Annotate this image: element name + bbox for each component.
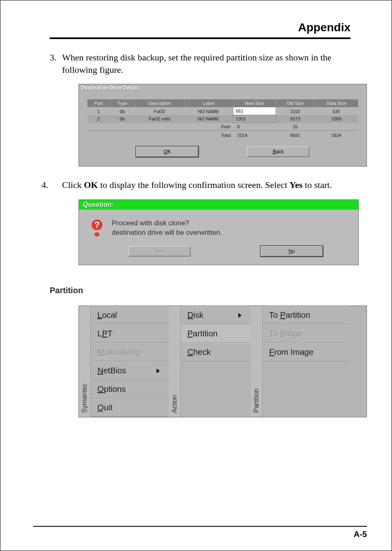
question-icon: ? (90, 219, 104, 238)
menu-col-action: Disk Partition Check (181, 306, 251, 417)
action-tab: Action (169, 306, 181, 417)
no-rest: o (292, 248, 295, 254)
footer-rule (33, 526, 367, 527)
partition-tab: Partition (251, 306, 263, 417)
menu-item-netbios[interactable]: NetBios (91, 361, 169, 380)
symantec-tab: Symantec (79, 306, 91, 417)
page-header: Appendix (17, 13, 375, 37)
dialog-title: Question: (79, 200, 358, 210)
new-size-input[interactable]: 661 (233, 107, 276, 115)
partition-heading: Partition (50, 286, 342, 295)
step4-number: 4. (42, 179, 62, 191)
yes-label: Yes (155, 248, 164, 254)
step3-number: 3. (50, 51, 62, 76)
menu-col-main: Local LPT Multicasting NetBios Options Q… (91, 306, 169, 417)
header-title: Appendix (298, 21, 350, 34)
action-label: Action (171, 395, 178, 413)
t: to start. (302, 180, 332, 190)
menu-item-to-partition[interactable]: To Partition (263, 306, 349, 324)
menu-item-partition[interactable]: Partition (181, 324, 251, 343)
menu-item-disk[interactable]: Disk (181, 306, 251, 324)
table-header-row: Part Type Description Label New Size Old… (88, 100, 358, 107)
cell: Fat32 extd (135, 115, 184, 123)
cell: 1089 (315, 115, 358, 123)
col-desc: Description (135, 100, 184, 107)
col-label: Label (184, 100, 233, 107)
no-button[interactable]: No (261, 246, 323, 257)
step4-text: 4. Click OK to display the following con… (50, 179, 342, 191)
cell: 2014 (233, 132, 276, 139)
menu-item-options[interactable]: Options (91, 380, 169, 398)
symantec-label: Symantec (81, 384, 88, 413)
back-underline: B (273, 149, 276, 155)
svg-point-2 (95, 232, 99, 236)
back-rest: ack (276, 149, 284, 155)
ok-rest: K (168, 149, 171, 155)
t: Click (62, 180, 84, 190)
dialog-title: Destination Drive Details (79, 84, 367, 92)
menu-item-lpt[interactable]: LPT (91, 324, 169, 343)
cell: 535 (315, 107, 358, 115)
cell: 15 (276, 123, 315, 131)
free-label: Free (184, 123, 233, 131)
bold-yes: Yes (290, 180, 303, 190)
cell: 1 (88, 107, 110, 115)
bold-ok: OK (84, 180, 98, 190)
header-rule (50, 37, 350, 39)
yes-button[interactable]: Yes (128, 246, 191, 257)
partition-table: Part Type Description Label New Size Old… (87, 99, 358, 139)
cell: 2 (88, 115, 110, 123)
col-type: Type (110, 100, 135, 107)
new-size-input[interactable]: 1352 (233, 115, 276, 123)
menu-item-check[interactable]: Check (181, 343, 251, 361)
no-underline: N (288, 248, 292, 254)
cell (315, 123, 358, 131)
step4-content: Click OK to display the following confir… (62, 179, 342, 191)
chevron-right-icon (238, 313, 242, 318)
table-row[interactable]: 1 0b Fat32 NO NAME 661 2102 535 (88, 107, 358, 115)
ok-underline: O (164, 149, 167, 155)
total-row: Total 2014 8691 1624 (88, 132, 358, 139)
step3-text: 3. When restoring disk backup, set the r… (50, 51, 342, 76)
col-old-size: Old Size (276, 100, 315, 107)
menu-item-from-image[interactable]: From Image (263, 343, 349, 361)
msg-line: Proceed with disk clone? (112, 219, 222, 228)
menu-item-to-image[interactable]: To Image (263, 324, 349, 343)
cell: NO NAME (184, 115, 233, 123)
question-dialog: Question: ? Proceed with disk clone? des… (78, 199, 359, 265)
cell: 0b (110, 107, 135, 115)
msg-line: destination drive will be overwritten. (112, 228, 222, 238)
cell: 0b (110, 115, 135, 123)
cell: 6573 (276, 115, 315, 123)
cell: 0 (233, 123, 276, 131)
question-message: Proceed with disk clone? destination dri… (112, 219, 222, 238)
menu-item-multicasting[interactable]: Multicasting (91, 343, 169, 361)
t: to display the following confirmation sc… (98, 180, 289, 190)
back-button[interactable]: Back (247, 146, 309, 157)
chevron-right-icon (157, 368, 160, 373)
table-row[interactable]: 2 0b Fat32 extd NO NAME 1352 6573 1089 (88, 115, 358, 123)
free-row: Free 0 15 (88, 123, 358, 131)
col-part: Part (88, 100, 110, 107)
menu-col-partition: To Partition To Image From Image (263, 306, 349, 417)
ok-button[interactable]: OK (136, 146, 198, 157)
destination-drive-details-dialog: Destination Drive Details Part Type Desc… (78, 84, 367, 167)
menu-item-quit[interactable]: Quit (91, 398, 169, 417)
step3-content: When restoring disk backup, set the requ… (62, 51, 342, 76)
col-data-size: Data Size (315, 100, 358, 107)
menu-item-local[interactable]: Local (91, 306, 169, 324)
cell: NO NAME (184, 107, 233, 115)
cell: 1624 (315, 132, 358, 139)
cell: 8691 (276, 132, 315, 139)
col-new-size: New Size (233, 100, 276, 107)
total-label: Total (184, 132, 233, 139)
cell: Fat32 (135, 107, 184, 115)
ghost-menu: Symantec Local LPT Multicasting NetBios … (78, 306, 367, 417)
page-number: A-5 (354, 530, 367, 539)
svg-text:?: ? (94, 220, 99, 230)
partition-label: Partition (253, 389, 260, 413)
cell: 2102 (276, 107, 315, 115)
